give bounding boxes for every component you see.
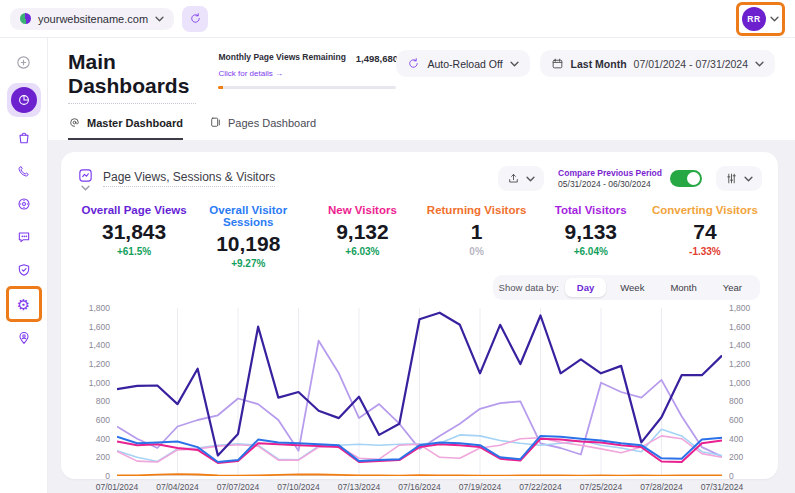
- date-range-dropdown[interactable]: Last Month 07/01/2024 - 07/31/2024: [540, 50, 775, 77]
- calendar-icon: [551, 57, 564, 70]
- tab-master-dashboard[interactable]: Master Dashboard: [68, 116, 183, 140]
- user-menu[interactable]: RR: [742, 7, 779, 31]
- phone-icon: [16, 164, 31, 179]
- content-area: Page Views, Sessions & Visitors Compare …: [48, 140, 795, 493]
- compare-label: Compare Previous Period: [558, 168, 662, 178]
- auto-reload-dropdown[interactable]: Auto-Reload Off: [396, 50, 529, 77]
- quota-label: Monthly Page Views Remaining: [218, 52, 345, 62]
- gear-icon: ⚙: [17, 297, 30, 312]
- card-title: Page Views, Sessions & Visitors: [103, 170, 275, 187]
- chevron-down-icon: [526, 176, 535, 182]
- tab-label: Master Dashboard: [87, 117, 183, 129]
- pie-chart-icon: [17, 93, 31, 107]
- chart-canvas: [117, 308, 722, 476]
- annotation-avatar-highlight: RR: [736, 2, 785, 36]
- chevron-down-icon: [755, 61, 764, 67]
- quota-details-link[interactable]: Click for details →: [218, 69, 282, 78]
- granularity-year[interactable]: Year: [711, 278, 754, 297]
- auto-reload-icon: [407, 57, 420, 70]
- tab-bar: Master Dashboard Pages Dashboard: [68, 116, 775, 140]
- sidebar-item-calls[interactable]: [10, 157, 38, 185]
- sliders-icon: [725, 172, 738, 185]
- export-button[interactable]: [498, 166, 544, 191]
- line-chart: 1,8001,6001,4001,2001,0008006004002000 1…: [77, 308, 762, 476]
- sidebar-item-privacy[interactable]: [10, 256, 38, 284]
- dashboard-icon[interactable]: [11, 87, 37, 113]
- y-axis-right: 1,8001,6001,4001,2001,0008006004002000: [722, 308, 762, 476]
- export-icon: [507, 172, 520, 185]
- sidebar-item-dashboards[interactable]: [7, 83, 41, 117]
- refresh-icon: [189, 12, 202, 25]
- sidebar-item-add[interactable]: [10, 48, 38, 76]
- granularity-label: Show data by:: [499, 282, 559, 293]
- metric-overall-visitor-sessions[interactable]: Overall Visitor Sessions 10,198 +9.27%: [191, 204, 305, 269]
- series-line: [117, 474, 722, 476]
- chevron-down-icon: [155, 16, 164, 22]
- compare-previous-period: Compare Previous Period 05/31/2024 - 06/…: [552, 165, 708, 192]
- sidebar-item-recordings[interactable]: [10, 190, 38, 218]
- granularity-switch: Show data by: Day Week Month Year: [493, 275, 760, 300]
- quota-progress-fill: [218, 86, 222, 89]
- chevron-down-icon: [510, 61, 519, 67]
- chevron-down-icon: [744, 176, 753, 182]
- sidebar: ⚙: [0, 38, 48, 493]
- open-site-button[interactable]: [182, 6, 208, 32]
- metric-new-visitors[interactable]: New Visitors 9,132 +6.03%: [305, 204, 419, 269]
- sidebar-item-store[interactable]: [10, 124, 38, 152]
- quota-progress-bar: [218, 86, 396, 89]
- master-dashboard-icon: [68, 116, 81, 129]
- quota-block: Monthly Page Views Remaining Click for d…: [218, 52, 396, 89]
- page-header: Main Dashboards Monthly Page Views Remai…: [48, 38, 795, 140]
- add-circle-icon: [15, 54, 32, 71]
- date-range-label: Last Month: [571, 58, 627, 70]
- metric-returning-visitors[interactable]: Returning Visitors 1 0%: [419, 204, 533, 269]
- chart-options-button[interactable]: [716, 166, 762, 191]
- annotation-settings-highlight: ⚙: [6, 286, 42, 322]
- date-range-value: 07/01/2024 - 07/31/2024: [634, 58, 748, 70]
- pageviews-card: Page Views, Sessions & Visitors Compare …: [61, 152, 778, 479]
- chat-bubble-icon: [16, 229, 32, 245]
- chart-widget-icon: [77, 167, 94, 184]
- tab-pages-dashboard[interactable]: Pages Dashboard: [209, 116, 316, 140]
- card-widget-icon[interactable]: [77, 167, 94, 191]
- sidebar-item-chat[interactable]: [10, 223, 38, 251]
- pages-dashboard-icon: [209, 116, 222, 129]
- site-favicon-icon: [20, 13, 31, 24]
- x-axis: 07/01/202407/04/202407/07/202407/10/2024…: [77, 482, 762, 492]
- chevron-down-icon: [81, 185, 90, 191]
- compare-range: 05/31/2024 - 06/30/2024: [558, 179, 662, 189]
- metric-converting-visitors[interactable]: Converting Visitors 74 -1.33%: [648, 204, 762, 269]
- auto-reload-label: Auto-Reload Off: [427, 58, 502, 70]
- page-title: Main Dashboards: [68, 50, 196, 104]
- shield-check-icon: [16, 262, 32, 278]
- granularity-week[interactable]: Week: [608, 278, 656, 297]
- metrics-row: Overall Page Views 31,843 +61.5% Overall…: [77, 204, 762, 269]
- tab-label: Pages Dashboard: [228, 117, 316, 129]
- granularity-day[interactable]: Day: [565, 278, 606, 297]
- visitor-pin-icon: [16, 330, 32, 346]
- granularity-month[interactable]: Month: [658, 278, 708, 297]
- sidebar-item-settings[interactable]: ⚙: [10, 290, 38, 318]
- chevron-down-icon: [770, 16, 779, 22]
- topbar: yourwebsitename.com RR: [0, 0, 795, 38]
- metric-overall-page-views[interactable]: Overall Page Views 31,843 +61.5%: [77, 204, 191, 269]
- avatar: RR: [742, 7, 766, 31]
- sidebar-item-visitors[interactable]: [10, 324, 38, 352]
- shopping-bag-icon: [16, 130, 32, 146]
- site-selector[interactable]: yourwebsitename.com: [10, 8, 174, 30]
- compare-toggle[interactable]: [670, 170, 702, 187]
- lens-icon: [16, 196, 32, 212]
- site-name: yourwebsitename.com: [38, 13, 148, 25]
- app-window: yourwebsitename.com RR: [0, 0, 795, 493]
- toggle-knob: [687, 172, 700, 185]
- metric-total-visitors[interactable]: Total Visitors 9,133 +6.04%: [534, 204, 648, 269]
- y-axis-left: 1,8001,6001,4001,2001,0008006004002000: [77, 308, 117, 476]
